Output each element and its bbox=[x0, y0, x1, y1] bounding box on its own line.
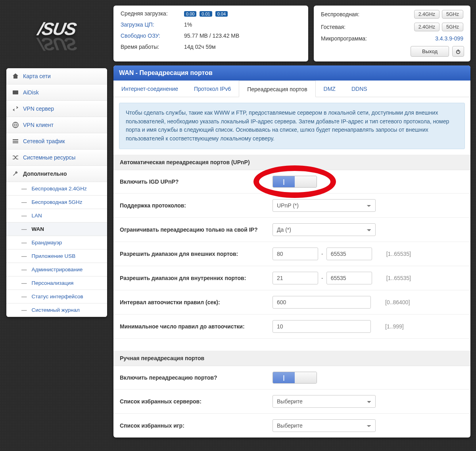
power-icon bbox=[455, 49, 461, 54]
uptime-label: Время работы: bbox=[121, 44, 184, 50]
restrict-ip-select[interactable]: Да (*) bbox=[273, 223, 376, 236]
sidebar-sub-label: Брандмауэр bbox=[32, 240, 62, 246]
sidebar-sub-syslog[interactable]: —Системный журнал bbox=[6, 303, 107, 317]
firmware-version-link[interactable]: 3.4.3.9-099 bbox=[435, 35, 463, 42]
sidebar-sub-iface-status[interactable]: —Статус интерфейсов bbox=[6, 290, 107, 303]
load-badge: 0.00 bbox=[184, 11, 196, 17]
power-button[interactable] bbox=[452, 46, 464, 57]
dash-icon: — bbox=[21, 294, 27, 299]
sidebar-sub-personalize[interactable]: —Персонализация bbox=[6, 276, 107, 290]
tab-ddns[interactable]: DDNS bbox=[344, 81, 375, 97]
cpu-load-label[interactable]: Загрузка ЦП: bbox=[121, 21, 184, 28]
protocols-label: Поддержка протоколов: bbox=[120, 202, 273, 209]
sidebar-sub-label: Беспроводная 2.4GHz bbox=[32, 186, 87, 192]
tab-ipv6[interactable]: Протокол IPv6 bbox=[186, 81, 239, 97]
dash-icon: — bbox=[21, 253, 27, 259]
sidebar-item-label: Дополнительно bbox=[23, 171, 67, 177]
sidebar-sub-usb[interactable]: —Приложение USB bbox=[6, 249, 107, 263]
sidebar-sub-firewall[interactable]: —Брандмауэр bbox=[6, 236, 107, 249]
dash-icon: — bbox=[21, 226, 27, 232]
tab-dmz[interactable]: DMZ bbox=[316, 81, 344, 97]
sidebar-sub-label: Приложение USB bbox=[32, 253, 76, 259]
int-port-lo-input[interactable] bbox=[273, 272, 318, 284]
shuffle-icon bbox=[12, 154, 19, 161]
sidebar-item-label: Карта сети bbox=[23, 73, 51, 79]
disk-icon bbox=[12, 89, 19, 96]
dash-icon: — bbox=[21, 213, 27, 219]
enable-port-fwd-toggle[interactable]: | bbox=[273, 372, 317, 384]
minrules-label: Минимальное число правил до автоочистки: bbox=[120, 323, 273, 330]
sidebar-item-label: VPN клиент bbox=[23, 122, 54, 128]
autoclean-label: Интервал автоочистки правил (сек): bbox=[120, 299, 273, 305]
dash-icon: — bbox=[21, 186, 27, 192]
wrench-icon bbox=[12, 170, 19, 177]
load-badge: 0.01 bbox=[200, 11, 212, 17]
sidebar-item-vpn-server[interactable]: VPN сервер bbox=[6, 101, 107, 117]
cpu-load-value: 1% bbox=[184, 21, 192, 28]
tab-internet[interactable]: Интернет-соединение bbox=[113, 81, 186, 97]
sidebar-sub-label: WAN bbox=[32, 226, 44, 232]
sidebar-item-label: AiDisk bbox=[23, 89, 39, 96]
autoclean-input[interactable] bbox=[273, 296, 371, 309]
sidebar: Карта сети AiDisk VPN сервер VPN клиент … bbox=[6, 68, 107, 317]
sidebar-sub-label: LAN bbox=[32, 213, 42, 219]
ext-port-lo-input[interactable] bbox=[273, 248, 318, 260]
status-panel: Средняя загрузка: 0.00 0.01 0.04 Загрузк… bbox=[113, 6, 308, 61]
section-header-upnp: Автоматическая переадресация портов (UPn… bbox=[113, 155, 470, 170]
sidebar-item-sysres[interactable]: Системные ресурсы bbox=[6, 150, 107, 166]
sidebar-item-traffic[interactable]: Сетевой трафик bbox=[6, 133, 107, 150]
fav-games-label: Список избранных игр: bbox=[120, 422, 273, 429]
ram-free-label[interactable]: Свободно ОЗУ: bbox=[121, 33, 184, 39]
sidebar-sub-wan[interactable]: —WAN bbox=[6, 223, 107, 236]
sidebar-sub-lan[interactable]: —LAN bbox=[6, 209, 107, 223]
load-badge: 0.04 bbox=[215, 11, 228, 17]
home-icon bbox=[12, 73, 19, 80]
sidebar-item-advanced[interactable]: Дополнительно bbox=[6, 166, 107, 182]
svg-rect-0 bbox=[13, 90, 18, 94]
int-port-range-label: Разрешить диапазон для внутренних портов… bbox=[120, 275, 273, 281]
int-port-hi-input[interactable] bbox=[326, 272, 372, 284]
sidebar-item-label: VPN сервер bbox=[23, 106, 54, 112]
avg-load-label: Средняя загрузка: bbox=[121, 10, 184, 17]
sidebar-sub-wireless-5[interactable]: —Беспроводная 5GHz bbox=[6, 196, 107, 209]
enable-port-fwd-label: Включить переадресацию портов? bbox=[120, 374, 273, 381]
guest-5ghz-button[interactable]: 5GHz bbox=[442, 23, 463, 31]
swap-icon bbox=[12, 105, 19, 112]
sidebar-item-aidisk[interactable]: AiDisk bbox=[6, 84, 107, 101]
section-header-manual: Ручная переадресация портов bbox=[113, 351, 470, 366]
sidebar-sub-label: Системный журнал bbox=[32, 307, 80, 313]
fav-games-select[interactable]: Выберите bbox=[273, 419, 376, 432]
guest-label: Гостевая: bbox=[321, 24, 412, 30]
protocols-select[interactable]: UPnP (*) bbox=[273, 199, 376, 212]
ext-port-hi-input[interactable] bbox=[326, 248, 372, 260]
dash-icon: — bbox=[21, 240, 27, 246]
int-port-hint: [1..65535] bbox=[386, 275, 411, 281]
dash-icon: - bbox=[321, 275, 323, 281]
sidebar-sub-wireless-24[interactable]: —Беспроводная 2.4GHz bbox=[6, 182, 107, 196]
guest-24ghz-button[interactable]: 2.4GHz bbox=[414, 23, 440, 31]
logout-button[interactable]: Выход bbox=[411, 46, 449, 57]
sidebar-item-vpn-client[interactable]: VPN клиент bbox=[6, 117, 107, 133]
tabs: Интернет-соединение Протокол IPv6 Переад… bbox=[113, 81, 470, 97]
wireless-5ghz-button[interactable]: 5GHz bbox=[442, 10, 463, 19]
fav-servers-select[interactable]: Выберите bbox=[273, 395, 376, 408]
list-icon bbox=[12, 138, 19, 145]
info-box: Чтобы сделать службы, такие как WWW и FT… bbox=[119, 103, 465, 149]
enable-igd-upnp-label: Включить IGD UPnP? bbox=[120, 178, 273, 185]
dash-icon: — bbox=[21, 267, 27, 273]
sidebar-item-network-map[interactable]: Карта сети bbox=[6, 68, 107, 84]
asus-logo: /SUS /SUS bbox=[6, 5, 107, 68]
sidebar-item-label: Системные ресурсы bbox=[23, 154, 75, 161]
restrict-ip-label: Ограничивать переадресацию только на сво… bbox=[120, 226, 273, 233]
wireless-24ghz-button[interactable]: 2.4GHz bbox=[414, 10, 440, 19]
wireless-label: Беспроводная: bbox=[321, 11, 412, 17]
page-title: WAN - Переадресация портов bbox=[113, 65, 470, 81]
dash-icon: — bbox=[21, 199, 27, 205]
enable-igd-upnp-toggle[interactable]: | bbox=[273, 176, 317, 188]
minrules-input[interactable] bbox=[273, 320, 371, 333]
wifi-panel: Беспроводная: 2.4GHz 5GHz Гостевая: 2.4G… bbox=[314, 6, 470, 61]
sidebar-sub-admin[interactable]: —Администрирование bbox=[6, 263, 107, 276]
tab-port-forwarding[interactable]: Переадресация портов bbox=[239, 81, 315, 97]
ram-free-value: 95.77 MB / 123.42 MB bbox=[184, 33, 239, 39]
sidebar-sub-label: Статус интерфейсов bbox=[32, 294, 83, 299]
